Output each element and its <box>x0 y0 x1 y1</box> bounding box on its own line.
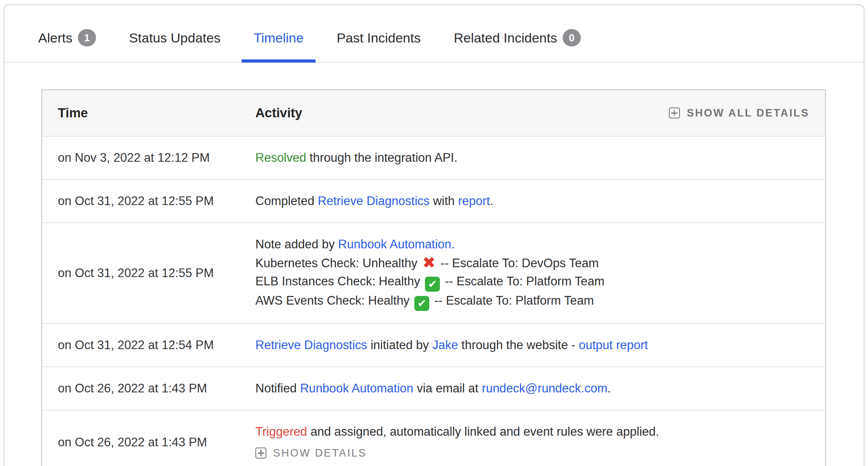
alerts-count-badge: 1 <box>78 29 96 46</box>
tab-label: Status Updates <box>129 29 220 47</box>
activity-line: AWS Events Check: Healthy ✔ -- Escalate … <box>255 292 809 311</box>
activity-text: Completed <box>255 194 318 208</box>
activity-text: through the integration API. <box>306 151 457 165</box>
activity-text: Note added by <box>255 237 338 251</box>
tab-related-incidents[interactable]: Related Incidents 0 <box>454 29 581 62</box>
column-header-time: Time <box>42 105 255 120</box>
plus-icon <box>669 107 680 118</box>
check-mark-icon: ✔ <box>425 277 440 292</box>
tab-past-incidents[interactable]: Past Incidents <box>337 29 421 62</box>
activity-link[interactable]: report <box>458 194 490 208</box>
row-activity: Retrieve Diagnostics initiated by Jake t… <box>255 336 825 354</box>
show-details-button[interactable]: SHOW DETAILS <box>255 444 809 462</box>
timeline-table-body: on Nov 3, 2022 at 12:12 PMResolved throu… <box>42 137 825 466</box>
row-time: on Oct 31, 2022 at 12:55 PM <box>42 192 255 210</box>
activity-text: through the website - <box>458 338 579 352</box>
plus-icon <box>255 448 266 459</box>
cross-mark-icon: ✖ <box>421 254 437 271</box>
activity-link[interactable]: Jake <box>432 338 458 352</box>
activity-line: Kubernetes Check: Unhealthy ✖ -- Escalat… <box>255 253 809 272</box>
activity-line: Notified Runbook Automation via email at… <box>255 379 809 398</box>
activity-link[interactable]: Runbook Automation <box>300 381 414 395</box>
tab-label: Alerts <box>38 29 72 47</box>
activity-link[interactable]: rundeck@rundeck.com <box>482 381 608 395</box>
activity-text: and assigned, automatically linked and e… <box>307 425 659 438</box>
activity-text: Notified <box>255 381 300 395</box>
row-activity: Completed Retrieve Diagnostics with repo… <box>255 192 825 210</box>
activity-link[interactable]: Retrieve Diagnostics <box>255 338 367 352</box>
activity-link[interactable]: Retrieve Diagnostics <box>318 194 430 208</box>
activity-text: via email at <box>414 381 482 395</box>
table-row: on Oct 26, 2022 at 1:43 PMTriggered and … <box>42 411 825 466</box>
tab-label: Related Incidents <box>454 29 557 47</box>
table-row: on Oct 31, 2022 at 12:55 PMNote added by… <box>42 223 825 324</box>
tab-timeline[interactable]: Timeline <box>253 29 303 62</box>
row-activity: Note added by Runbook Automation.Kuberne… <box>255 235 825 311</box>
activity-text: Kubernetes Check: Unhealthy <box>255 256 421 270</box>
activity-link[interactable]: Runbook Automation. <box>338 237 454 251</box>
tab-status-updates[interactable]: Status Updates <box>129 29 220 62</box>
activity-line: Retrieve Diagnostics initiated by Jake t… <box>255 336 809 354</box>
show-details-label: SHOW DETAILS <box>273 444 367 462</box>
activity-line: Resolved through the integration API. <box>255 149 809 167</box>
related-incidents-count-badge: 0 <box>563 29 581 46</box>
activity-text: ELB Instances Check: Healthy <box>255 274 423 288</box>
activity-link[interactable]: output report <box>579 338 648 352</box>
activity-text: with <box>430 194 458 208</box>
check-mark-icon: ✔ <box>414 296 429 311</box>
activity-text: Resolved <box>255 151 306 165</box>
activity-line: Completed Retrieve Diagnostics with repo… <box>255 192 809 210</box>
table-row: on Oct 31, 2022 at 12:55 PMCompleted Ret… <box>42 180 825 223</box>
row-time: on Oct 31, 2022 at 12:55 PM <box>42 264 255 282</box>
show-all-details-label: SHOW ALL DETAILS <box>687 107 810 119</box>
row-activity: Triggered and assigned, automatically li… <box>255 423 825 462</box>
row-activity: Notified Runbook Automation via email at… <box>255 379 825 398</box>
tabs-bar: Alerts 1 Status Updates Timeline Past In… <box>4 5 864 63</box>
activity-text: Triggered <box>255 425 307 438</box>
show-all-details-button[interactable]: SHOW ALL DETAILS <box>669 107 826 119</box>
row-time: on Oct 26, 2022 at 1:43 PM <box>42 433 255 451</box>
tab-label: Past Incidents <box>337 29 421 47</box>
row-time: on Oct 26, 2022 at 1:43 PM <box>42 379 255 398</box>
row-time: on Oct 31, 2022 at 12:54 PM <box>42 336 255 354</box>
activity-text: initiated by <box>367 338 432 352</box>
row-activity: Resolved through the integration API. <box>255 149 825 167</box>
incident-panel: Alerts 1 Status Updates Timeline Past In… <box>4 4 864 466</box>
activity-text: . <box>490 194 493 208</box>
row-time: on Nov 3, 2022 at 12:12 PM <box>42 149 255 167</box>
activity-text: -- Escalate To: DevOps Team <box>437 256 599 270</box>
activity-text: -- Escalate To: Platform Team <box>441 274 604 288</box>
table-row: on Oct 31, 2022 at 12:54 PMRetrieve Diag… <box>42 324 825 367</box>
column-header-activity: Activity <box>255 105 669 120</box>
activity-text: . <box>608 381 611 395</box>
table-row: on Oct 26, 2022 at 1:43 PMNotified Runbo… <box>42 367 825 411</box>
activity-text: -- Escalate To: Platform Team <box>431 294 594 307</box>
timeline-table: Time Activity SHOW ALL DETAILS on Nov 3,… <box>41 89 826 466</box>
table-row: on Nov 3, 2022 at 12:12 PMResolved throu… <box>42 137 825 180</box>
activity-line: Note added by Runbook Automation. <box>255 235 809 253</box>
activity-line: Triggered and assigned, automatically li… <box>255 423 809 441</box>
activity-line: ELB Instances Check: Healthy ✔ -- Escala… <box>255 272 809 292</box>
timeline-table-header: Time Activity SHOW ALL DETAILS <box>42 90 825 137</box>
tab-label: Timeline <box>253 29 303 47</box>
tab-alerts[interactable]: Alerts 1 <box>38 29 96 62</box>
activity-text: AWS Events Check: Healthy <box>255 294 413 307</box>
